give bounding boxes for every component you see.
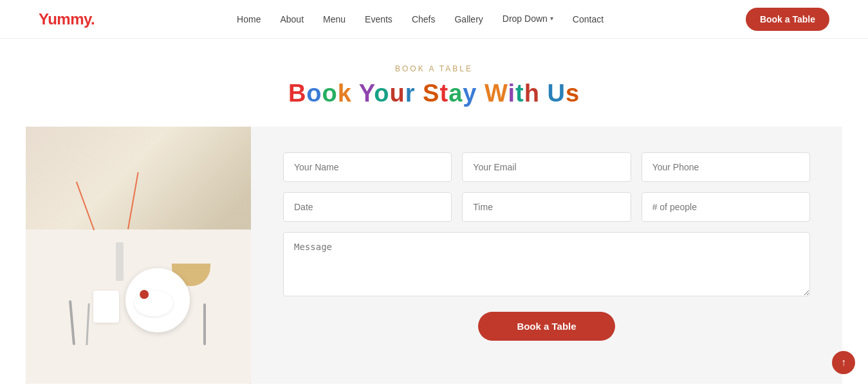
time-input[interactable] [462, 192, 631, 222]
submit-button[interactable]: Book a Table [478, 312, 614, 341]
nav-item-menu[interactable]: Menu [323, 14, 346, 24]
chevron-down-icon: ▾ [550, 15, 553, 22]
time-field [462, 192, 631, 222]
section-title: Book Your Stay With Us [0, 80, 868, 107]
navbar: Yummy. Home About Menu Events Chefs Gall… [0, 0, 868, 39]
brand-logo[interactable]: Yummy. [39, 10, 95, 28]
section-label: BOOK A TABLE [0, 64, 868, 73]
nav-item-gallery[interactable]: Gallery [454, 14, 483, 24]
email-input[interactable] [462, 152, 631, 182]
form-row-3 [283, 232, 810, 299]
booking-image [26, 127, 251, 384]
people-input[interactable] [642, 192, 810, 222]
nav-item-contact[interactable]: Contact [573, 14, 604, 24]
form-row-2 [283, 192, 810, 222]
booking-area: Book a Table [26, 127, 842, 384]
nav-book-button[interactable]: Book a Table [746, 8, 829, 31]
nav-links: Home About Menu Events Chefs Gallery Dro… [237, 14, 604, 25]
nav-item-home[interactable]: Home [237, 14, 261, 24]
name-input[interactable] [283, 152, 452, 182]
name-field [283, 152, 452, 182]
date-field [283, 192, 452, 222]
nav-item-chefs[interactable]: Chefs [412, 14, 436, 24]
nav-item-events[interactable]: Events [365, 14, 392, 24]
arrow-up-icon: ↑ [841, 357, 846, 368]
phone-field [642, 152, 810, 182]
phone-input[interactable] [642, 152, 810, 182]
scroll-top-button[interactable]: ↑ [832, 351, 855, 374]
nav-item-about[interactable]: About [280, 14, 304, 24]
brand-name: Yummy [39, 10, 91, 28]
people-field [642, 192, 810, 222]
date-input[interactable] [283, 192, 452, 222]
message-field [283, 232, 810, 299]
nav-item-dropdown[interactable]: Drop Down ▾ [503, 14, 553, 24]
booking-form: Book a Table [251, 127, 842, 384]
message-input[interactable] [283, 232, 810, 296]
form-submit-row: Book a Table [283, 312, 810, 341]
form-row-1 [283, 152, 810, 182]
brand-dot: . [91, 10, 95, 28]
email-field [462, 152, 631, 182]
